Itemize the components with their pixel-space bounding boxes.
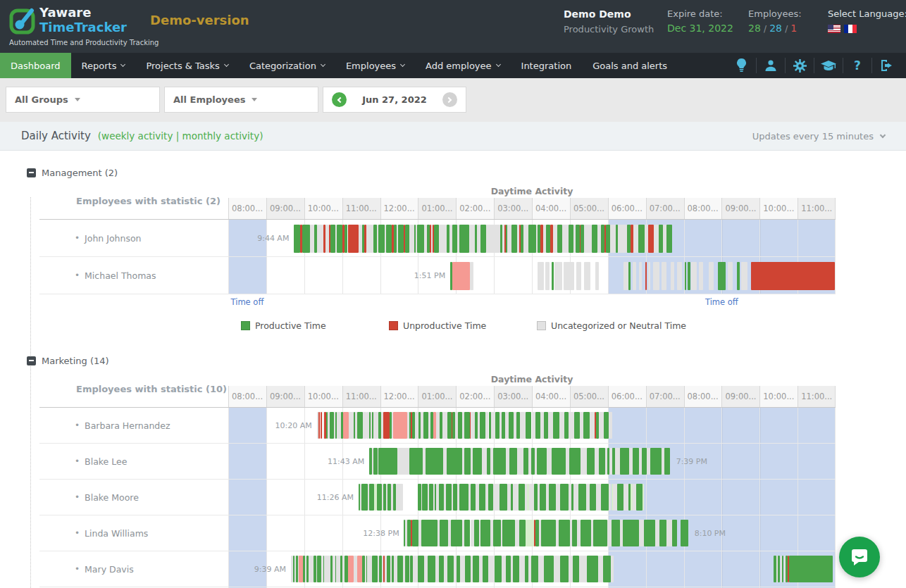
- next-day-button[interactable]: [442, 92, 457, 107]
- employee-name[interactable]: Barbara Hernandez: [85, 420, 170, 431]
- group-header-management[interactable]: Management (2): [27, 168, 906, 177]
- activity-segment: [653, 262, 659, 290]
- nav-item-categorization[interactable]: Categorization: [239, 53, 335, 78]
- nav-item-projects-tasks[interactable]: Projects & Tasks: [135, 53, 238, 78]
- gear-icon[interactable]: [785, 58, 814, 73]
- graduation-cap-icon[interactable]: [814, 58, 843, 73]
- activity-segment: [393, 412, 407, 439]
- activity-segment: [405, 556, 409, 582]
- activity-segment: [520, 412, 525, 439]
- help-icon[interactable]: ?: [843, 58, 871, 73]
- employees-dropdown[interactable]: All Employees: [164, 87, 318, 113]
- activity-segment: [446, 484, 452, 511]
- fr-flag-icon[interactable]: [844, 25, 857, 33]
- activity-segment: [369, 484, 374, 511]
- activity-segment: [465, 556, 470, 582]
- activity-segment: [538, 556, 543, 582]
- us-flag-icon[interactable]: [828, 25, 840, 33]
- hour-cell: 10:00...: [759, 198, 798, 219]
- activity-segment: [372, 556, 377, 582]
- employee-name[interactable]: Mary Davis: [85, 564, 134, 575]
- nav-items: DashboardReportsProjects & TasksCategori…: [0, 53, 678, 78]
- hour-cell: 06:00...: [608, 386, 646, 407]
- collapse-icon[interactable]: [27, 168, 36, 177]
- hour-cell: 08:00...: [228, 198, 266, 219]
- nav-item-label: Employees: [346, 61, 396, 71]
- activity-segment: [513, 556, 519, 582]
- activity-segment: [672, 520, 677, 546]
- activity-segment: [324, 556, 330, 582]
- section-management: Management (2)Employees with statistic (…: [0, 168, 906, 332]
- user-icon[interactable]: [756, 58, 785, 73]
- chat-widget-button[interactable]: [839, 537, 880, 577]
- activity-segment: [529, 484, 534, 511]
- date-picker[interactable]: Jun 27, 2022: [323, 87, 466, 113]
- employee-row: •John Johnson9:44 AM: [39, 220, 836, 257]
- nav-item-label: Goals and alerts: [592, 61, 667, 71]
- employee-name[interactable]: Blake Lee: [85, 456, 127, 467]
- activity-segment: [666, 225, 671, 253]
- lightbulb-icon[interactable]: [727, 58, 756, 73]
- activity-segment: [609, 412, 612, 439]
- employee-row: •Linda Williams12:38 PM8:10 PM: [39, 515, 836, 551]
- hour-cell: 11:00...: [342, 198, 380, 219]
- nav-item-employees[interactable]: Employees: [335, 53, 415, 78]
- legend-swatch: [389, 321, 398, 330]
- activity-segment: [564, 262, 573, 290]
- activity-segment: [559, 520, 570, 546]
- activity-segment: [541, 520, 557, 546]
- weekly-activity-link[interactable]: weekly activity: [101, 130, 173, 142]
- activity-segment: [699, 262, 702, 290]
- brand-line1: Yaware: [39, 6, 127, 20]
- brand-name[interactable]: Yaware TimeTracker: [39, 6, 127, 35]
- employee-name[interactable]: Linda Williams: [85, 528, 148, 539]
- prev-day-button[interactable]: [332, 92, 347, 107]
- sections-container: Management (2)Employees with statistic (…: [0, 168, 906, 588]
- activity-table-management: Employees with statistic (2)Daytime Acti…: [39, 182, 836, 311]
- activity-segment: [418, 556, 424, 582]
- yaware-logo-icon[interactable]: [8, 6, 37, 39]
- activity-segment: [607, 520, 611, 546]
- activity-segment: [606, 225, 609, 253]
- end-time-label: 7:39 PM: [676, 457, 707, 466]
- activity-segment: [552, 262, 554, 290]
- nav-item-integration[interactable]: Integration: [511, 53, 583, 78]
- activity-segment: [396, 484, 404, 511]
- activity-segment: [644, 520, 655, 546]
- groups-dropdown[interactable]: All Groups: [6, 87, 160, 113]
- end-time-label: 8:10 PM: [695, 529, 726, 538]
- activity-segment: [506, 556, 511, 582]
- hour-cell: 10:00...: [304, 198, 342, 219]
- collapse-icon[interactable]: [27, 356, 36, 365]
- activity-segment: [599, 448, 605, 475]
- nav-item-add-employee[interactable]: Add employee: [415, 53, 510, 78]
- hour-cell: 09:00...: [266, 386, 304, 407]
- updates-toggle[interactable]: Updates every 15 minutes: [752, 131, 885, 142]
- employee-name[interactable]: Blake Moore: [85, 492, 139, 503]
- activity-segment: [523, 225, 528, 253]
- activity-segment: [598, 556, 603, 582]
- group-header-marketing[interactable]: Marketing (14): [27, 356, 906, 365]
- monthly-activity-link[interactable]: monthly activity: [182, 130, 260, 142]
- activity-segment: [633, 225, 638, 253]
- employee-label-cell: •Blake Lee: [39, 444, 228, 479]
- employee-name[interactable]: John Johnson: [85, 233, 141, 244]
- groups-dropdown-value: All Groups: [15, 94, 68, 105]
- employees-counts: 28 / 28 / 1: [748, 21, 802, 37]
- nav-item-dashboard[interactable]: Dashboard: [0, 53, 71, 78]
- nav-item-goals-and-alerts[interactable]: Goals and alerts: [582, 53, 678, 78]
- activity-segment: [609, 484, 612, 511]
- nav-item-reports[interactable]: Reports: [71, 53, 136, 78]
- logout-icon[interactable]: [871, 58, 900, 73]
- activity-segment: [638, 225, 645, 253]
- hour-cell: 07:00...: [646, 198, 684, 219]
- activity-segment: [480, 412, 485, 439]
- activity-segment: [574, 412, 579, 439]
- activity-timeline: 9:39 AM: [228, 551, 836, 587]
- account-plan: Productivity Growth: [564, 23, 654, 37]
- employee-label-cell: •Mary Davis: [39, 551, 228, 587]
- activity-segment: [584, 262, 590, 290]
- employee-name[interactable]: Michael Thomas: [85, 270, 156, 281]
- activity-segment: [451, 520, 462, 546]
- activity-segment: [453, 484, 457, 511]
